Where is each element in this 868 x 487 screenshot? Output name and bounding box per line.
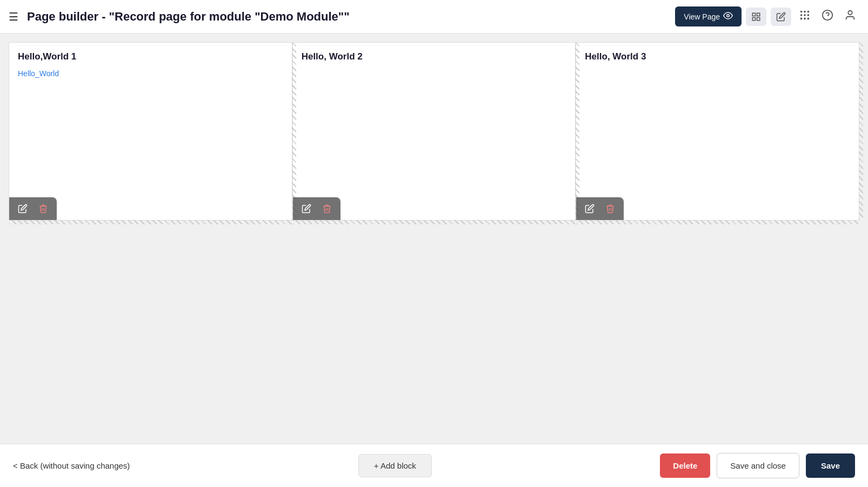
card-3-title: Hello, World 3 xyxy=(585,51,850,62)
card-1-edit-button[interactable] xyxy=(16,202,30,216)
cards-row: Hello,World 1 Hello_World Hello, W xyxy=(9,42,859,221)
help-icon-button[interactable] xyxy=(818,6,837,27)
apps-icon-button[interactable] xyxy=(796,6,814,27)
save-and-close-button[interactable]: Save and close xyxy=(717,453,799,478)
page-title: Page builder - "Record page for module "… xyxy=(27,10,675,24)
view-page-label: View Page xyxy=(684,12,720,21)
svg-rect-1 xyxy=(752,13,755,16)
card-2-edit-button[interactable] xyxy=(299,202,313,216)
grid-view-button[interactable] xyxy=(746,8,766,26)
card-1-title: Hello,World 1 xyxy=(18,51,283,62)
card-3-hatch-right xyxy=(859,43,863,220)
card-1-delete-button[interactable] xyxy=(36,202,50,216)
eye-icon xyxy=(723,11,733,22)
card-3: Hello, World 3 xyxy=(576,42,859,221)
delete-button[interactable]: Delete xyxy=(660,453,710,478)
header-actions: View Page xyxy=(675,6,859,27)
card-3-edit-button[interactable] xyxy=(583,202,597,216)
svg-point-13 xyxy=(807,18,810,20)
canvas: Hello,World 1 Hello_World Hello, W xyxy=(0,34,868,444)
svg-point-0 xyxy=(727,15,730,17)
card-1: Hello,World 1 Hello_World xyxy=(9,42,292,221)
card-3-toolbar xyxy=(576,197,624,220)
card-2: Hello, World 2 xyxy=(292,42,576,221)
main-content: Hello,World 1 Hello_World Hello, W xyxy=(0,34,868,444)
card-1-link[interactable]: Hello_World xyxy=(18,69,59,78)
footer-center: + Add block xyxy=(358,454,432,477)
card-3-delete-button[interactable] xyxy=(603,202,617,216)
card-1-hatch-bottom xyxy=(9,220,292,224)
svg-point-10 xyxy=(807,14,810,16)
card-2-hatch-bottom xyxy=(293,220,576,224)
view-page-button[interactable]: View Page xyxy=(675,6,742,26)
card-2-delete-button[interactable] xyxy=(320,202,334,216)
menu-icon[interactable]: ☰ xyxy=(9,10,18,23)
svg-point-6 xyxy=(804,11,806,13)
card-1-hatch-right xyxy=(292,43,296,220)
card-2-title: Hello, World 2 xyxy=(302,51,567,62)
card-3-hatch-bottom xyxy=(576,220,859,224)
card-2-hatch-right xyxy=(575,43,579,220)
svg-rect-4 xyxy=(757,17,760,20)
card-3-content: Hello, World 3 xyxy=(576,43,859,193)
svg-point-9 xyxy=(804,14,806,16)
card-1-content: Hello,World 1 Hello_World xyxy=(9,43,292,193)
svg-point-8 xyxy=(800,14,803,16)
svg-rect-2 xyxy=(757,13,760,16)
svg-point-11 xyxy=(800,18,803,20)
svg-point-7 xyxy=(807,11,810,13)
footer-left: < Back (without saving changes) xyxy=(13,461,130,471)
footer: < Back (without saving changes) + Add bl… xyxy=(0,444,868,487)
save-button[interactable]: Save xyxy=(806,453,855,478)
header: ☰ Page builder - "Record page for module… xyxy=(0,0,868,34)
edit-mode-button[interactable] xyxy=(771,8,791,26)
card-2-content: Hello, World 2 xyxy=(293,43,576,193)
svg-point-5 xyxy=(800,11,803,13)
card-2-toolbar xyxy=(293,197,340,220)
user-icon-button[interactable] xyxy=(841,6,859,27)
svg-point-16 xyxy=(848,11,852,15)
card-1-toolbar xyxy=(9,197,57,220)
svg-rect-3 xyxy=(752,17,755,20)
add-block-button[interactable]: + Add block xyxy=(358,454,432,477)
back-button[interactable]: < Back (without saving changes) xyxy=(13,461,130,470)
svg-point-12 xyxy=(804,18,806,20)
footer-right: Delete Save and close Save xyxy=(660,453,855,478)
